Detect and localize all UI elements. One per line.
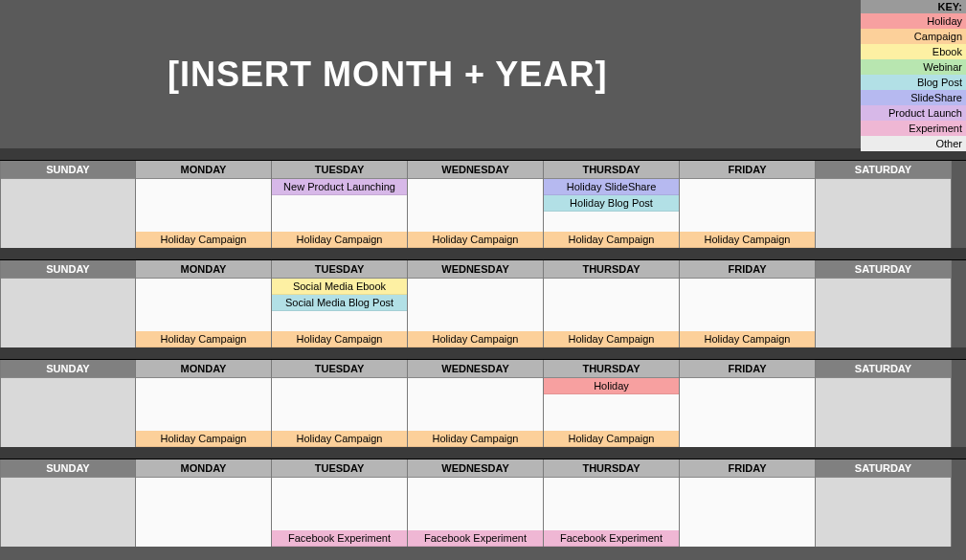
weekday-column: FRIDAY (680, 360, 816, 447)
day-header: WEDNESDAY (408, 260, 543, 279)
calendar-event[interactable]: Holiday (544, 378, 679, 394)
legend-panel: KEY: HolidayCampaignEbookWebinarBlog Pos… (861, 0, 966, 148)
week-row: SUNDAYMONDAYHoliday CampaignTUESDAYNew P… (0, 160, 966, 248)
calendar-event[interactable]: Facebook Experiment (544, 530, 679, 547)
day-cell[interactable]: Holiday Campaign (136, 279, 271, 347)
weekday-column: MONDAYHoliday Campaign (136, 161, 272, 248)
day-cell[interactable] (680, 478, 815, 547)
day-cell[interactable]: Holiday Campaign (544, 279, 679, 347)
page-title[interactable]: [INSERT MONTH + YEAR] (168, 55, 607, 95)
day-header: MONDAY (136, 459, 271, 478)
calendar-event[interactable]: Holiday Blog Post (544, 195, 679, 212)
weekday-column: TUESDAYHoliday Campaign (272, 360, 408, 447)
day-cell[interactable]: Facebook Experiment (408, 478, 543, 547)
day-header: WEDNESDAY (408, 161, 543, 179)
calendar-event[interactable]: New Product Launching (272, 179, 407, 195)
weekday-column: MONDAY (136, 459, 272, 547)
day-cell-fill (136, 478, 271, 547)
day-cell[interactable]: Holiday Campaign (136, 179, 271, 248)
calendar-event[interactable]: Holiday SlideShare (544, 179, 679, 195)
day-cell[interactable]: New Product LaunchingHoliday Campaign (272, 179, 407, 248)
day-cell[interactable] (816, 478, 951, 547)
day-cell[interactable]: HolidayHoliday Campaign (544, 378, 679, 447)
day-cell-fill (544, 394, 679, 431)
weekday-column: TUESDAYNew Product LaunchingHoliday Camp… (272, 161, 408, 248)
day-cell-fill (816, 179, 951, 248)
day-cell[interactable]: Holiday Campaign (408, 378, 543, 447)
day-cell[interactable]: Holiday Campaign (272, 378, 407, 447)
day-cell[interactable] (1, 279, 135, 347)
day-header: THURSDAY (544, 260, 679, 279)
day-header: WEDNESDAY (408, 459, 543, 478)
day-cell[interactable]: Facebook Experiment (272, 478, 407, 547)
day-cell-fill (408, 179, 543, 232)
calendar-event[interactable]: Social Media Ebook (272, 279, 407, 295)
calendar-event[interactable]: Holiday Campaign (408, 232, 543, 248)
day-cell[interactable]: Holiday Campaign (408, 179, 543, 248)
calendar-event[interactable]: Facebook Experiment (272, 530, 407, 547)
day-header: TUESDAY (272, 260, 407, 279)
calendar-event[interactable]: Holiday Campaign (680, 232, 815, 248)
weekday-column: TUESDAYSocial Media EbookSocial Media Bl… (272, 260, 408, 347)
calendar-event[interactable]: Holiday Campaign (408, 331, 543, 347)
day-cell-fill (680, 279, 815, 331)
day-header: SATURDAY (816, 161, 951, 179)
day-cell[interactable] (816, 378, 951, 447)
day-cell[interactable]: Holiday Campaign (136, 378, 271, 447)
calendar-event[interactable]: Facebook Experiment (408, 530, 543, 547)
weekday-column: THURSDAYHoliday SlideShareHoliday Blog P… (544, 161, 680, 248)
day-cell-fill (136, 378, 271, 431)
day-cell[interactable] (1, 179, 135, 248)
day-cell[interactable]: Holiday Campaign (680, 279, 815, 347)
legend-header: KEY: (861, 0, 966, 13)
week-spacer (0, 447, 966, 459)
calendar-event[interactable]: Holiday Campaign (272, 232, 407, 248)
calendar-event[interactable]: Holiday Campaign (136, 431, 271, 447)
day-cell[interactable] (680, 378, 815, 447)
day-cell[interactable] (1, 378, 135, 447)
legend-item: SlideShare (861, 90, 966, 105)
day-cell[interactable] (1, 478, 135, 547)
calendar-event[interactable]: Holiday Campaign (136, 232, 271, 248)
weekend-column: SATURDAY (816, 459, 952, 547)
day-cell-fill (680, 179, 815, 232)
weekday-column: WEDNESDAYFacebook Experiment (408, 459, 544, 547)
day-cell[interactable]: Holiday SlideShareHoliday Blog PostHolid… (544, 179, 679, 248)
day-cell[interactable]: Social Media EbookSocial Media Blog Post… (272, 279, 407, 347)
calendar-event[interactable]: Holiday Campaign (272, 431, 407, 447)
day-cell-fill (1, 378, 135, 447)
day-header: WEDNESDAY (408, 360, 543, 378)
day-cell-fill (816, 478, 951, 547)
day-cell[interactable]: Facebook Experiment (544, 478, 679, 547)
weekday-column: WEDNESDAYHoliday Campaign (408, 360, 544, 447)
calendar-event[interactable]: Holiday Campaign (408, 431, 543, 447)
day-cell-fill (1, 179, 135, 248)
week-row: SUNDAYMONDAYHoliday CampaignTUESDAYHolid… (0, 359, 966, 447)
weekend-column: SUNDAY (0, 161, 136, 248)
day-cell[interactable]: Holiday Campaign (408, 279, 543, 347)
calendar-event[interactable]: Holiday Campaign (544, 331, 679, 347)
calendar-event[interactable]: Holiday Campaign (544, 232, 679, 248)
calendar-event[interactable]: Social Media Blog Post (272, 295, 407, 311)
calendar-event[interactable]: Holiday Campaign (680, 331, 815, 347)
day-cell[interactable] (136, 478, 271, 547)
day-cell-fill (408, 279, 543, 331)
calendar-event[interactable]: Holiday Campaign (136, 331, 271, 347)
weekend-column: SUNDAY (0, 360, 136, 447)
day-cell-fill (544, 478, 679, 530)
day-header: THURSDAY (544, 161, 679, 179)
calendar-event[interactable]: Holiday Campaign (544, 431, 679, 447)
weekday-column: TUESDAYFacebook Experiment (272, 459, 408, 547)
day-header: SATURDAY (816, 360, 951, 378)
day-cell-fill (408, 378, 543, 431)
weekday-column: THURSDAYFacebook Experiment (544, 459, 680, 547)
day-header: SUNDAY (1, 360, 135, 378)
legend-item: Webinar (861, 59, 966, 75)
day-cell[interactable]: Holiday Campaign (680, 179, 815, 248)
day-cell[interactable] (816, 279, 951, 347)
calendar-event[interactable]: Holiday Campaign (272, 331, 407, 347)
weekday-column: FRIDAYHoliday Campaign (680, 161, 816, 248)
day-cell[interactable] (816, 179, 951, 248)
weekend-column: SATURDAY (816, 260, 952, 347)
day-cell-fill (816, 378, 951, 447)
